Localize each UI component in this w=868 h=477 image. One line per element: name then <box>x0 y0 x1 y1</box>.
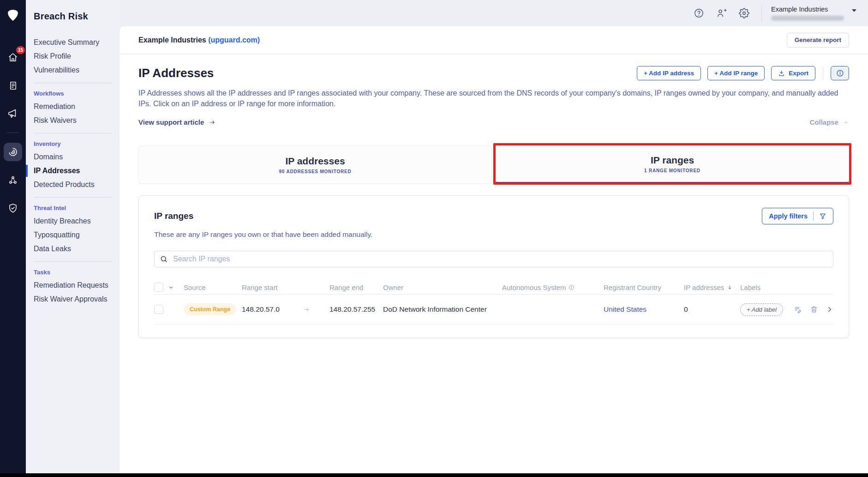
owner-value: DoD Network Information Center <box>383 305 502 314</box>
col-range-start[interactable]: Range start <box>242 284 329 291</box>
ip-addresses-count: 0 <box>684 305 740 314</box>
row-detail-chevron-icon[interactable] <box>826 306 833 313</box>
tab-ip-addresses[interactable]: IP addresses 90 ADDRESSES MONITORED <box>138 145 492 184</box>
table-row[interactable]: Custom Range 148.20.57.0 148.20.57.255 D… <box>154 294 833 325</box>
apply-filters-button[interactable]: Apply filters <box>762 208 833 224</box>
company-domain-link[interactable]: (upguard.com) <box>208 36 260 44</box>
card-title: IP ranges <box>154 211 193 221</box>
row-checkbox[interactable] <box>154 305 163 314</box>
company-header: Example Industries (upguard.com) Generat… <box>120 26 868 54</box>
trust-shield-nav-icon[interactable] <box>4 199 22 217</box>
generate-report-button[interactable]: Generate report <box>787 33 849 48</box>
ip-ranges-card: IP ranges Apply filters These are any IP… <box>138 195 849 338</box>
edit-label-icon[interactable] <box>793 305 802 314</box>
sidebar-nav: Executive Summary Risk Profile Vulnerabi… <box>26 36 120 306</box>
sidebar-item-typosquatting[interactable]: Typosquatting <box>26 228 120 242</box>
sidebar-item-detected-products[interactable]: Detected Products <box>26 178 120 192</box>
info-icon <box>836 69 844 77</box>
topbar-divider <box>761 5 762 22</box>
source-badge[interactable]: Custom Range <box>184 303 236 315</box>
home-nav-icon[interactable]: 15 <box>4 48 22 66</box>
sort-descending-icon <box>727 284 733 290</box>
filter-button-divider <box>813 211 814 221</box>
sidebar-section-tasks: Tasks <box>26 266 120 278</box>
bottom-bar <box>0 473 868 477</box>
export-button[interactable]: Export <box>771 66 815 80</box>
breach-risk-nav-icon[interactable] <box>4 143 22 161</box>
select-all-checkbox[interactable] <box>154 283 163 292</box>
col-autonomous-system[interactable]: Autonomous System <box>502 284 604 291</box>
sidebar-divider <box>34 83 112 83</box>
collapse-toggle[interactable]: Collapse <box>809 118 849 126</box>
col-owner[interactable]: Owner <box>383 284 502 291</box>
rail-divider <box>7 133 19 133</box>
search-ip-ranges-input[interactable] <box>154 251 833 267</box>
add-ip-range-button[interactable]: + Add IP range <box>707 66 765 80</box>
page-title: IP Addresses <box>138 66 214 80</box>
arrow-right-icon <box>303 307 310 313</box>
chevron-down-icon <box>851 9 857 12</box>
search-icon <box>160 255 168 263</box>
range-end-value: 148.20.57.255 <box>329 305 383 314</box>
main-panel: Example Industries (upguard.com) Generat… <box>120 26 868 477</box>
sidebar-item-remediation[interactable]: Remediation <box>26 100 120 114</box>
invite-user-icon[interactable] <box>716 8 727 18</box>
download-icon <box>778 70 785 77</box>
registrant-country-link[interactable]: United States <box>604 305 684 314</box>
col-source[interactable]: Source <box>184 284 242 291</box>
page-description: IP Addresses shows all the IP addresses … <box>138 88 849 109</box>
tab-ip-ranges[interactable]: IP ranges 1 RANGE MONITORED <box>496 145 849 184</box>
arrow-right-icon <box>209 119 216 126</box>
sidebar-section-inventory: Inventory <box>26 137 120 150</box>
col-range-end[interactable]: Range end <box>329 284 383 291</box>
sidebar-item-ip-addresses[interactable]: IP Addresses <box>26 164 120 178</box>
redacted-account-email <box>771 16 844 21</box>
col-labels[interactable]: Labels <box>740 284 833 291</box>
col-ip-addresses[interactable]: IP addresses <box>684 284 740 291</box>
sidebar-item-domains[interactable]: Domains <box>26 150 120 164</box>
actions-divider <box>823 67 823 79</box>
info-icon <box>569 284 575 290</box>
table-header: Source Range start Range end Owner Auton… <box>154 280 833 294</box>
info-button[interactable] <box>831 66 849 80</box>
sidebar-item-data-leaks[interactable]: Data Leaks <box>26 242 120 256</box>
help-icon[interactable] <box>694 8 704 18</box>
add-ip-address-button[interactable]: + Add IP address <box>637 66 701 80</box>
app-rail: 15 <box>0 0 26 477</box>
sidebar-item-risk-profile[interactable]: Risk Profile <box>26 49 120 63</box>
sidebar-item-executive-summary[interactable]: Executive Summary <box>26 36 120 49</box>
topbar: Example Industries <box>120 0 868 26</box>
select-menu-chevron-icon[interactable] <box>168 284 184 290</box>
sidebar-section-workflows: Workflows <box>26 87 120 100</box>
upguard-logo-icon <box>6 8 20 22</box>
view-support-article-link[interactable]: View support article <box>138 118 216 126</box>
col-registrant-country[interactable]: Registrant Country <box>604 284 684 291</box>
sidebar-divider <box>34 133 112 133</box>
settings-gear-icon[interactable] <box>739 8 749 18</box>
product-title: Breach Risk <box>26 0 120 22</box>
reports-nav-icon[interactable] <box>4 76 22 95</box>
account-menu[interactable]: Example Industries <box>771 6 857 21</box>
card-description: These are any IP ranges you own or that … <box>154 230 833 239</box>
chevron-up-icon <box>843 120 849 125</box>
sidebar-divider <box>34 261 112 262</box>
vendors-nav-icon[interactable] <box>4 171 22 189</box>
sidebar-item-identity-breaches[interactable]: Identity Breaches <box>26 214 120 228</box>
sidebar-item-remediation-requests[interactable]: Remediation Requests <box>26 278 120 292</box>
account-name: Example Industries <box>771 6 844 13</box>
filter-funnel-icon <box>819 212 826 220</box>
sidebar-item-risk-waivers[interactable]: Risk Waivers <box>26 114 120 127</box>
company-title: Example Industries (upguard.com) <box>138 36 260 44</box>
sidebar-item-vulnerabilities[interactable]: Vulnerabilities <box>26 63 120 77</box>
news-megaphone-nav-icon[interactable] <box>4 104 22 123</box>
active-indicator <box>26 165 28 177</box>
ip-tabs: IP addresses 90 ADDRESSES MONITORED IP r… <box>138 145 849 184</box>
range-start-value: 148.20.57.0 <box>242 305 280 314</box>
add-label-button[interactable]: + Add label <box>740 303 783 316</box>
page-actions: + Add IP address + Add IP range Export <box>637 66 849 80</box>
sidebar: Breach Risk Executive Summary Risk Profi… <box>26 0 120 477</box>
delete-icon[interactable] <box>810 305 818 314</box>
notification-badge: 15 <box>16 46 25 54</box>
sidebar-item-risk-waiver-approvals[interactable]: Risk Waiver Approvals <box>26 292 120 306</box>
sidebar-divider <box>34 197 112 198</box>
